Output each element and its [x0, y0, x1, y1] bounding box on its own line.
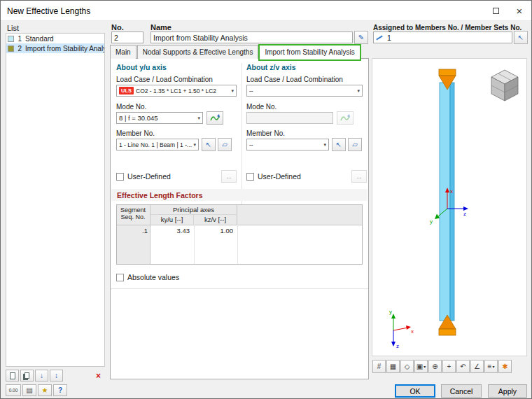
decimal-places-button[interactable]: 0.00 — [6, 384, 21, 396]
vp-visibility-menu-button[interactable]: ≡▾ — [484, 360, 498, 373]
titlebar: New Effective Lengths × — [1, 1, 531, 21]
table-row-ky[interactable]: 3.43 — [150, 227, 190, 234]
menu-icon: ≡ — [488, 363, 492, 370]
view-direction-icon: ▣ — [416, 363, 423, 370]
maximize-button[interactable] — [484, 1, 507, 20]
copy-entry-button[interactable] — [20, 370, 34, 382]
edit-icon: ✎ — [358, 34, 364, 41]
list-item-import-stability[interactable]: 2 Import from Stability Analysis — [6, 43, 104, 53]
pick-icon: ↖ — [206, 141, 211, 148]
assigned-members-field[interactable]: 1 — [373, 31, 512, 43]
maximize-icon — [493, 8, 499, 14]
chevron-down-icon: ▾ — [196, 115, 200, 121]
mode-combo-yu[interactable]: 8 | f = 30.045 ▾ — [116, 112, 203, 124]
absolute-values-label: Absolute values — [127, 273, 179, 281]
factors-table: Segment Seq. No. Principal axes ky/u [--… — [116, 204, 363, 265]
arrow-updown-icon: ↕ — [55, 372, 58, 379]
delete-entry-button[interactable]: × — [92, 370, 105, 382]
list-item-standard[interactable]: 1 Standard — [6, 34, 104, 43]
cancel-button[interactable]: Cancel — [441, 384, 482, 398]
table-row-segment[interactable]: .1 — [117, 227, 148, 234]
member-combo-yu[interactable]: 1 - Line No. 1 | Beam | 1 -... ▾ — [116, 139, 199, 150]
new-entry-button[interactable] — [6, 370, 19, 382]
dialog-toolbar: 0.00 ▤ ★ ? — [6, 384, 67, 396]
vp-view-direction-button[interactable]: ▣▾ — [414, 360, 428, 373]
display-grid-icon: ▦ — [390, 363, 396, 370]
mode-shape-button-yu[interactable] — [206, 111, 223, 125]
units-button[interactable]: ▤ — [22, 384, 36, 396]
vp-display-properties-button[interactable]: ▦ — [386, 360, 400, 373]
member-value-yu: 1 - Line No. 1 | Beam | 1 -... — [119, 141, 192, 148]
vp-clipping-button[interactable]: ✱ — [498, 360, 512, 373]
numbering-icon: # — [377, 363, 382, 370]
user-defined-edit-button-yu[interactable]: ↔ — [221, 170, 237, 183]
lc-combo-yu[interactable]: ULS CO2 - 1.35 * LC1 + 1.50 * LC2 ▾ — [116, 85, 237, 97]
member-info-button-zv[interactable]: ▱ — [348, 138, 362, 151]
user-defined-edit-button-zv[interactable]: ↔ — [351, 170, 367, 183]
vp-axes-button[interactable]: ∠ — [470, 360, 484, 373]
svg-text:x: x — [411, 328, 414, 335]
factors-section-heading: Effective Length Factors — [117, 191, 203, 200]
col-header-filler — [237, 205, 362, 225]
member-info-button-yu[interactable]: ▱ — [218, 138, 232, 151]
vp-pan-button[interactable]: + — [442, 360, 456, 373]
no-field[interactable]: 2 — [111, 31, 144, 43]
vp-zoom-button[interactable]: ⊕ — [428, 360, 442, 373]
vp-previous-view-button[interactable]: ↶ — [456, 360, 470, 373]
model-viewport[interactable]: x z y y x z — [372, 58, 527, 356]
member-label-zv: Member No. — [246, 130, 285, 137]
chevron-down-icon: ▾ — [492, 364, 494, 369]
edit-name-button[interactable]: ✎ — [354, 31, 368, 44]
absolute-values-row: Absolute values — [116, 273, 179, 281]
col-header-ky: ky/u [--] — [150, 215, 194, 225]
pick-icon: ↖ — [518, 34, 524, 41]
mode-shape-button-zv[interactable] — [337, 111, 354, 125]
pick-member-button-zv[interactable]: ↖ — [332, 138, 346, 151]
zoom-icon: ⊕ — [432, 363, 438, 370]
assigned-pick-button[interactable]: ↖ — [514, 31, 528, 44]
undo-view-icon: ↶ — [460, 363, 465, 370]
assigned-label: Assigned to Members No. / Member Sets No… — [373, 24, 528, 31]
list-item-number: 1 — [16, 35, 22, 43]
arrow-down-icon: ↓ — [40, 372, 43, 379]
tab-import-from-stability-analysis[interactable]: Import from Stability Analysis — [259, 45, 360, 60]
user-defined-edit-icon: ↔ — [225, 173, 232, 181]
decimal-places-icon: 0.00 — [9, 388, 18, 393]
list-label: List — [7, 24, 19, 32]
ok-button[interactable]: OK — [395, 384, 435, 398]
no-label: No. — [111, 23, 124, 31]
chevron-down-icon: ▾ — [424, 364, 426, 369]
close-button[interactable]: × — [507, 1, 531, 20]
tab-content-panel: About y/u axis Load Case / Load Combinat… — [110, 58, 369, 379]
member-info-icon: ▱ — [352, 141, 358, 148]
tab-main[interactable]: Main — [110, 45, 136, 59]
user-defined-checkbox-yu[interactable] — [116, 173, 124, 181]
vp-isometric-view-button[interactable]: ◇ — [400, 360, 414, 373]
help-button[interactable]: ? — [53, 384, 67, 396]
renumber-entry-button[interactable]: ↕ — [50, 370, 63, 382]
lc-combo-zv[interactable]: -- ▾ — [246, 85, 363, 97]
no-value: 2 — [114, 34, 118, 42]
chevron-down-icon: ▾ — [322, 142, 326, 148]
absolute-values-checkbox[interactable] — [116, 274, 124, 281]
mode-label-yu: Mode No. — [116, 103, 146, 111]
new-icon — [10, 372, 15, 379]
pick-member-button-yu[interactable]: ↖ — [202, 138, 216, 151]
clipping-icon: ✱ — [502, 363, 507, 370]
vp-numbering-button[interactable]: # — [372, 360, 386, 373]
apply-button[interactable]: Apply — [488, 384, 527, 398]
import-entry-button[interactable]: ↓ — [35, 370, 48, 382]
mode-field-zv[interactable] — [246, 112, 333, 124]
table-row-kz[interactable]: 1.00 — [194, 227, 233, 234]
name-field[interactable]: Import from Stability Analysis — [150, 31, 353, 43]
member-combo-zv[interactable]: -- ▾ — [246, 139, 329, 150]
lc-value-zv: -- — [249, 88, 253, 94]
chevron-down-icon: ▾ — [356, 88, 360, 94]
tab-nodal-supports-effective-lengths[interactable]: Nodal Supports & Effective Lengths — [137, 45, 259, 59]
header-separator — [117, 225, 362, 225]
defaults-button[interactable]: ★ — [38, 384, 52, 396]
lc-label-zv: Load Case / Load Combination — [246, 76, 343, 83]
user-defined-checkbox-zv[interactable] — [246, 173, 254, 181]
panel-separator — [111, 288, 368, 289]
viewport-toolbar: # ▦ ◇ ▣▾ ⊕ + ↶ ∠ ≡▾ ✱ — [372, 359, 512, 373]
